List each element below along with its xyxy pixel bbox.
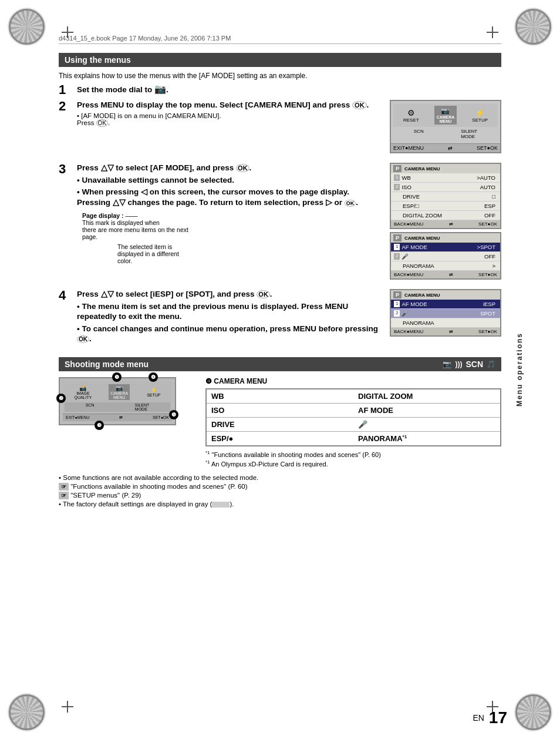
section2-header: Shooting mode menu 📷 ))) SCN 🎵 [59,357,501,371]
menu-cell-wb: WB [207,389,353,403]
callout-5: ❺ [169,410,178,419]
step2-area: 2 Press MENU to display the top menu. Se… [59,100,501,158]
intro-text: This explains how to use the menus with … [59,72,501,80]
section1-title: Using the menus [65,55,131,65]
cam1-toolbar: EXIT●MENU ⇄ SET●OK [391,143,500,152]
step2-number: 2 [59,100,73,113]
page-display-area: Page display : —— This mark is displayed… [82,212,384,264]
header-text: d4314_15_e.book Page 17 Monday, June 26,… [59,35,231,42]
camera-menu-title: ❹ CAMERA MENU [205,377,501,385]
page-number: 17 [489,708,507,727]
section1-header: Using the menus [59,53,501,67]
ref2-note: ☞ "SETUP menus" (P. 29) [59,492,501,499]
step1-text: Set the mode dial to [77,85,152,94]
mode-icons: 📷 ))) SCN 🎵 [443,360,495,369]
menu-cell-drive: DRIVE [207,418,353,431]
cam-diagram-toolbar: EXIT●MENU ⇄ SET●OK [63,414,172,421]
step4-left: 4 Press △▽ to select [iESP] or [SPOT], a… [59,289,384,350]
cam-screen-3: P CAMERA MENU 1AF MODE>SPOT 2🎤OFF PANORA… [390,232,501,280]
note1: • Some functions are not available accor… [59,474,501,481]
camera-menu-table: WB DIGITAL ZOOM ISO AF MODE DRIVE 🎤 ESP/… [205,388,501,446]
menu-cell-mic: 🎤 [353,418,500,431]
menu-cell-panorama: PANORAMA*1 [353,432,500,445]
step4-screen: P CAMERA MENU 1AF MODEiESP 2🎤SPOT PANORA… [384,289,501,350]
menu-cell-af-mode: AF MODE [353,404,500,417]
en-label: EN [473,713,484,723]
step1-content: Set the mode dial to 📷. [77,83,501,96]
step2-sub1: • [AF MODE] is on a menu in [CAMERA MENU… [77,112,384,126]
step4-content: Press △▽ to select [iESP] or [SPOT], and… [77,289,384,344]
diagram-left: ❶ ❷ ❸ ❹ ❺ 📸 IMAGEQUALITY [59,377,194,468]
ref1-note: ☞ "Functions available in shooting modes… [59,483,501,490]
section2-title: Shooting mode menu [65,360,149,369]
corner-decoration-tr [513,6,554,47]
step2-screen: ⚙ RESET 📷 CAMERAMENU ⚡ SETUP S [384,100,501,158]
step4-area: 4 Press △▽ to select [iESP] or [SPOT], a… [59,289,501,350]
step3-screens: P CAMERA MENU 1WB>AUTO 2ISOAUTO DRIVE□ E… [384,163,501,284]
page-number-area: EN 17 [473,708,507,727]
step3-sub: • Unavailable settings cannot be selecte… [77,175,384,208]
step4-number: 4 [59,289,73,302]
step3: 3 Press △▽ to select [AF MODE], and pres… [59,163,384,207]
camera-diagram: 📸 IMAGEQUALITY 📷 CAMERAMENU ⚡ SETUP [59,377,176,425]
main-content: Using the menus This explains how to use… [59,53,501,692]
gray-box [212,502,230,508]
step1: 1 Set the mode dial to 📷. [59,83,501,96]
step3-left: 3 Press △▽ to select [AF MODE], and pres… [59,163,384,284]
step3-content: Press △▽ to select [AF MODE], and press … [77,163,384,207]
bottom-notes: • Some functions are not available accor… [59,474,501,508]
callout-3: ❸ [95,421,104,430]
menu-cell-iso: ISO [207,404,353,417]
footnote: *1 "Functions available in shooting mode… [205,450,501,458]
step2-content: Press MENU to display the top menu. Sele… [77,100,384,126]
step2-left: 2 Press MENU to display the top menu. Se… [59,100,384,158]
step3-number: 3 [59,163,73,176]
step1-number: 1 [59,83,73,96]
diagram-right: ❹ CAMERA MENU WB DIGITAL ZOOM ISO AF MOD… [205,377,501,468]
step4: 4 Press △▽ to select [iESP] or [SPOT], a… [59,289,384,344]
camera-icon: 📷 [154,84,166,94]
menu-cell-esp: ESP/● [207,432,353,445]
menu-cell-digital-zoom: DIGITAL ZOOM [353,389,500,403]
side-label: Menu operations [515,332,524,407]
crosshair-bl [62,701,73,713]
footnote2: *1 An Olympus xD-Picture Card is require… [205,459,501,468]
bottom-diagram: ❶ ❷ ❸ ❹ ❺ 📸 IMAGEQUALITY [59,377,501,468]
page-header: d4314_15_e.book Page 17 Monday, June 26,… [59,32,501,44]
callout-2: ❷ [56,394,66,403]
cam-screen-4: P CAMERA MENU 1AF MODEiESP 2🎤SPOT PANORA… [390,289,501,337]
corner-decoration-br [513,692,554,733]
corner-decoration-bl [6,692,47,733]
step2: 2 Press MENU to display the top menu. Se… [59,100,384,126]
callout-1: ❶ [112,372,122,382]
step3-area: 3 Press △▽ to select [AF MODE], and pres… [59,163,501,284]
cam-screen-2: P CAMERA MENU 1WB>AUTO 2ISOAUTO DRIVE□ E… [390,163,501,229]
note2: • The factory default settings are displ… [59,500,501,508]
corner-decoration-tl [6,6,47,47]
cam-screen-1: ⚙ RESET 📷 CAMERAMENU ⚡ SETUP S [390,100,501,153]
callout-4: ❹ [149,372,158,382]
